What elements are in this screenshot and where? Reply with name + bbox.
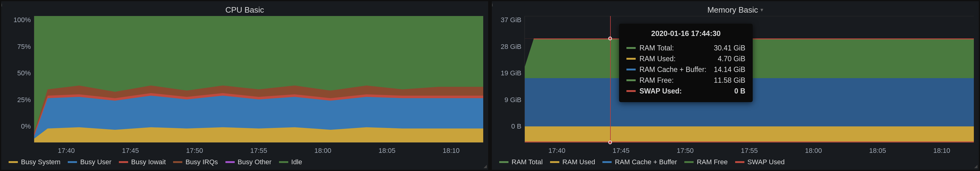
legend: RAM Total RAM Used RAM Cache + Buffer RA… (497, 158, 974, 166)
swatch-icon (627, 47, 636, 49)
legend-item-ram-used[interactable]: RAM Used (550, 158, 595, 166)
legend-item-busy-irqs[interactable]: Busy IRQs (173, 158, 218, 166)
legend-label: SWAP Used (748, 158, 785, 166)
legend-item-ram-total[interactable]: RAM Total (499, 158, 542, 166)
legend-label: Busy User (80, 158, 111, 166)
y-tick: 0% (21, 122, 31, 130)
swatch-icon (627, 90, 636, 92)
legend-label: Idle (291, 158, 302, 166)
tooltip-label: RAM Free: (640, 76, 673, 85)
swatch-icon (627, 68, 636, 70)
chart-area: 100% 75% 50% 25% 0% (6, 16, 483, 143)
legend-item-idle[interactable]: Idle (279, 158, 302, 166)
area-system (34, 127, 483, 142)
info-icon[interactable]: i (1, 2, 2, 7)
y-tick: 0 B (511, 122, 522, 130)
legend-item-swap-used[interactable]: SWAP Used (735, 158, 785, 166)
tooltip-row: RAM Free: 11.58 GiB (627, 75, 745, 86)
cpu-panel: i CPU Basic 100% 75% 50% 25% 0% (1, 1, 488, 170)
legend-item-busy-user[interactable]: Busy User (68, 158, 111, 166)
swatch-icon (226, 161, 235, 163)
y-tick: 50% (17, 69, 31, 77)
chart-area: 37 GiB 28 GiB 19 GiB 9 GiB 0 B (497, 16, 974, 143)
y-axis: 37 GiB 28 GiB 19 GiB 9 GiB 0 B (497, 16, 525, 143)
swatch-icon (279, 161, 288, 163)
swatch-icon (627, 79, 636, 81)
plot-area[interactable]: 17:40 17:45 17:50 17:55 18:00 18:05 18:1… (34, 16, 483, 143)
x-tick: 17:50 (186, 147, 203, 155)
x-tick: 18:10 (442, 147, 460, 155)
tooltip-label: SWAP Used: (640, 87, 682, 95)
crosshair-dot-icon (608, 141, 612, 144)
x-tick: 18:10 (933, 147, 950, 155)
swatch-icon (9, 161, 18, 163)
plot-area[interactable]: 2020-01-16 17:44:30 RAM Total: 30.41 GiB… (525, 16, 974, 143)
swatch-icon (684, 161, 694, 163)
x-tick: 17:55 (250, 147, 267, 155)
legend-label: RAM Free (697, 158, 727, 166)
y-tick: 25% (17, 96, 31, 104)
cpu-stacked-area (34, 16, 483, 142)
resize-handle-icon[interactable]: ◢ (484, 164, 487, 169)
x-tick: 18:00 (805, 147, 822, 155)
tooltip-label: RAM Total: (640, 44, 674, 52)
x-tick: 17:45 (122, 147, 139, 155)
swatch-icon (119, 161, 128, 163)
legend-label: Busy Iowait (131, 158, 166, 166)
x-tick: 18:00 (315, 147, 331, 155)
info-icon[interactable]: i (492, 2, 493, 7)
legend-item-ram-cache[interactable]: RAM Cache + Buffer (602, 158, 677, 166)
swatch-icon (550, 161, 559, 163)
tooltip-row: RAM Cache + Buffer: 14.14 GiB (627, 64, 745, 75)
legend-item-busy-iowait[interactable]: Busy Iowait (119, 158, 166, 166)
legend-item-busy-other[interactable]: Busy Other (226, 158, 272, 166)
x-tick: 18:05 (869, 147, 886, 155)
swatch-icon (735, 161, 745, 163)
x-tick: 17:40 (58, 147, 75, 155)
legend-label: RAM Cache + Buffer (615, 158, 677, 166)
y-tick: 75% (17, 43, 31, 51)
panel-header: CPU Basic (6, 4, 483, 16)
panel-header: Memory Basic ▾ (497, 4, 974, 16)
swatch-icon (627, 58, 636, 60)
memory-panel: i Memory Basic ▾ 37 GiB 28 GiB 19 GiB 9 … (492, 1, 979, 170)
tooltip: 2020-01-16 17:44:30 RAM Total: 30.41 GiB… (619, 24, 753, 102)
y-tick: 100% (14, 16, 31, 24)
tooltip-row: SWAP Used: 0 B (627, 86, 745, 97)
tooltip-label: RAM Used: (640, 55, 676, 63)
panel-title[interactable]: CPU Basic (226, 5, 264, 15)
tooltip-value: 11.58 GiB (714, 76, 745, 85)
tooltip-row: RAM Total: 30.41 GiB (627, 43, 745, 54)
y-tick: 19 GiB (501, 69, 522, 77)
legend-label: RAM Total (512, 158, 542, 166)
legend-label: Busy Other (238, 158, 272, 166)
crosshair (610, 16, 611, 142)
legend-label: Busy System (21, 158, 60, 166)
tooltip-value: 4.70 GiB (718, 55, 746, 63)
swatch-icon (173, 161, 182, 163)
legend-label: RAM Used (562, 158, 595, 166)
y-tick: 37 GiB (501, 16, 522, 24)
x-axis: 17:40 17:45 17:50 17:55 18:00 18:05 18:1… (34, 147, 483, 155)
resize-handle-icon[interactable]: ◢ (974, 164, 978, 169)
x-tick: 18:05 (379, 147, 395, 155)
tooltip-value: 0 B (734, 87, 745, 95)
swatch-icon (68, 161, 77, 163)
tooltip-value: 30.41 GiB (714, 44, 745, 52)
tooltip-label: RAM Cache + Buffer: (640, 65, 706, 74)
y-tick: 9 GiB (504, 96, 522, 104)
tooltip-row: RAM Used: 4.70 GiB (627, 54, 745, 64)
legend-item-busy-system[interactable]: Busy System (9, 158, 60, 166)
x-tick: 17:45 (612, 147, 630, 155)
x-tick: 17:55 (741, 147, 758, 155)
chevron-down-icon[interactable]: ▾ (760, 6, 763, 13)
swatch-icon (602, 161, 612, 163)
legend: Busy System Busy User Busy Iowait Busy I… (6, 158, 483, 166)
legend-item-ram-free[interactable]: RAM Free (684, 158, 727, 166)
swatch-icon (499, 161, 509, 163)
x-tick: 17:50 (677, 147, 694, 155)
x-axis: 17:40 17:45 17:50 17:55 18:00 18:05 18:1… (525, 147, 974, 155)
crosshair-dot-icon (608, 36, 612, 40)
y-axis: 100% 75% 50% 25% 0% (6, 16, 34, 143)
panel-title[interactable]: Memory Basic (708, 5, 758, 15)
